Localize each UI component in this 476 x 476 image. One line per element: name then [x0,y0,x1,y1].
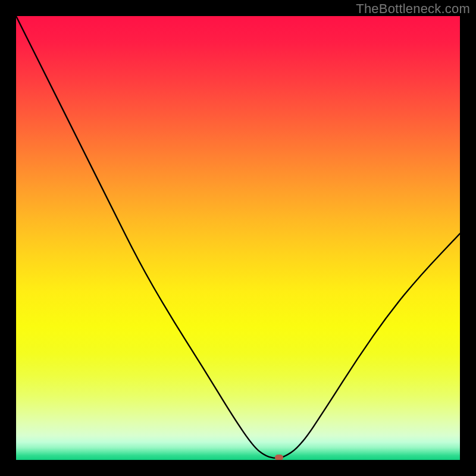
minimum-marker [275,455,283,460]
plot-area [16,16,460,460]
line-series [16,16,460,460]
chart-container: TheBottleneck.com [0,0,476,476]
watermark-text: TheBottleneck.com [356,1,470,17]
curve-path [16,16,460,458]
